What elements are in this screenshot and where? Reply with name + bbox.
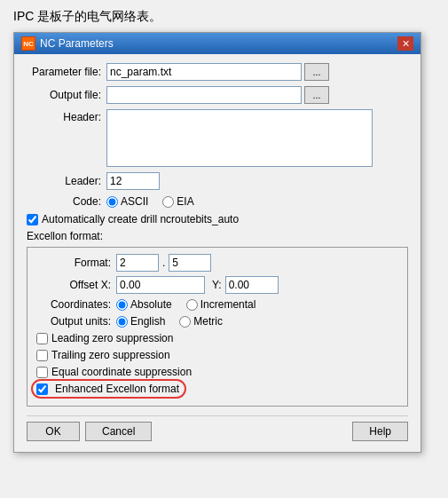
auto-drill-checkbox[interactable] bbox=[27, 214, 38, 225]
left-buttons: OK Cancel bbox=[27, 422, 152, 441]
coordinates-radio-group: Absolute Incremental bbox=[116, 298, 255, 311]
unit-english-option[interactable]: English bbox=[116, 315, 165, 328]
code-ascii-radio[interactable] bbox=[106, 196, 118, 208]
unit-metric-option[interactable]: Metric bbox=[179, 315, 223, 328]
leading-zero-checkbox[interactable] bbox=[36, 333, 48, 344]
code-eia-option[interactable]: EIA bbox=[162, 195, 193, 208]
format-val1-input[interactable] bbox=[116, 254, 159, 272]
format-row: Format: . bbox=[36, 254, 398, 272]
enhanced-excellon-label: Enhanced Excellon format bbox=[55, 383, 179, 395]
coord-absolute-label: Absolute bbox=[130, 298, 172, 311]
unit-metric-radio[interactable] bbox=[179, 316, 191, 328]
button-row: OK Cancel Help bbox=[27, 415, 408, 443]
dialog-title: NC Parameters bbox=[40, 37, 114, 50]
code-label: Code: bbox=[27, 195, 106, 208]
leader-input[interactable] bbox=[106, 172, 160, 190]
coord-absolute-option[interactable]: Absolute bbox=[116, 298, 172, 311]
page-top-label: IPC 是板子的电气网络表。 bbox=[13, 9, 435, 25]
excellon-section: Format: . Offset X: Y: Coordinates: bbox=[27, 247, 408, 407]
param-file-label: Parameter file: bbox=[27, 66, 106, 78]
trailing-zero-row: Trailing zero suppression bbox=[36, 349, 398, 361]
coordinates-label: Coordinates: bbox=[36, 298, 116, 311]
dialog-app-icon: NC bbox=[21, 36, 35, 51]
y-input[interactable] bbox=[225, 276, 279, 294]
unit-metric-label: Metric bbox=[193, 315, 223, 328]
leading-zero-row: Leading zero suppression bbox=[36, 332, 398, 344]
header-textarea[interactable] bbox=[106, 109, 373, 167]
leader-label: Leader: bbox=[27, 175, 106, 187]
format-val2-input[interactable] bbox=[169, 254, 211, 272]
output-file-input[interactable] bbox=[106, 86, 302, 104]
output-file-row: Output file: ... bbox=[27, 86, 408, 104]
browse-button[interactable]: ... bbox=[304, 63, 329, 81]
code-ascii-label: ASCII bbox=[121, 195, 148, 208]
coord-incremental-label: Incremental bbox=[200, 298, 256, 311]
param-file-input[interactable] bbox=[106, 63, 302, 81]
trailing-zero-checkbox[interactable] bbox=[36, 350, 48, 361]
code-eia-label: EIA bbox=[177, 195, 193, 208]
ok-button[interactable]: OK bbox=[27, 422, 80, 441]
nc-parameters-dialog: NC NC Parameters ✕ Parameter file: ... O… bbox=[13, 32, 421, 453]
close-button[interactable]: ✕ bbox=[397, 36, 413, 51]
title-left: NC NC Parameters bbox=[21, 36, 114, 51]
output-browse-button[interactable]: ... bbox=[304, 86, 329, 104]
y-label: Y: bbox=[212, 279, 222, 291]
output-units-label: Output units: bbox=[36, 315, 116, 328]
auto-drill-row: Automatically create drill ncroutebits_a… bbox=[27, 213, 408, 225]
trailing-zero-label: Trailing zero suppression bbox=[51, 349, 170, 361]
unit-english-label: English bbox=[130, 315, 165, 328]
offset-x-input[interactable] bbox=[116, 276, 205, 294]
code-radio-group: ASCII EIA bbox=[106, 195, 194, 208]
enhanced-excellon-row: Enhanced Excellon format bbox=[36, 383, 179, 395]
coordinates-row: Coordinates: Absolute Incremental bbox=[36, 298, 398, 311]
format-label: Format: bbox=[36, 257, 116, 269]
leader-row: Leader: bbox=[27, 172, 408, 190]
dialog-body: Parameter file: ... Output file: ... Hea… bbox=[14, 54, 420, 452]
excellon-section-label: Excellon format: bbox=[27, 230, 408, 242]
param-file-row: Parameter file: ... bbox=[27, 63, 408, 81]
help-button[interactable]: Help bbox=[352, 422, 408, 441]
header-label: Header: bbox=[27, 109, 106, 123]
auto-drill-label: Automatically create drill ncroutebits_a… bbox=[42, 213, 239, 225]
format-dot: . bbox=[162, 257, 165, 269]
coord-absolute-radio[interactable] bbox=[116, 299, 128, 311]
equal-coord-label: Equal coordinate suppression bbox=[51, 366, 192, 378]
equal-coord-row: Equal coordinate suppression bbox=[36, 366, 398, 378]
offset-x-row: Offset X: Y: bbox=[36, 276, 398, 294]
equal-coord-checkbox[interactable] bbox=[36, 367, 48, 378]
code-ascii-option[interactable]: ASCII bbox=[106, 195, 148, 208]
unit-english-radio[interactable] bbox=[116, 316, 128, 328]
dialog-titlebar: NC NC Parameters ✕ bbox=[14, 33, 420, 54]
units-radio-group: English Metric bbox=[116, 315, 223, 328]
cancel-button[interactable]: Cancel bbox=[85, 422, 152, 441]
code-row: Code: ASCII EIA bbox=[27, 195, 408, 208]
code-eia-radio[interactable] bbox=[162, 196, 174, 208]
header-row: Header: bbox=[27, 109, 408, 167]
coord-incremental-option[interactable]: Incremental bbox=[186, 298, 256, 311]
leading-zero-label: Leading zero suppression bbox=[51, 332, 173, 344]
output-units-row: Output units: English Metric bbox=[36, 315, 398, 328]
offset-x-label: Offset X: bbox=[36, 279, 116, 291]
output-file-label: Output file: bbox=[27, 89, 106, 101]
enhanced-excellon-checkbox[interactable] bbox=[36, 383, 48, 395]
coord-incremental-radio[interactable] bbox=[186, 299, 198, 311]
